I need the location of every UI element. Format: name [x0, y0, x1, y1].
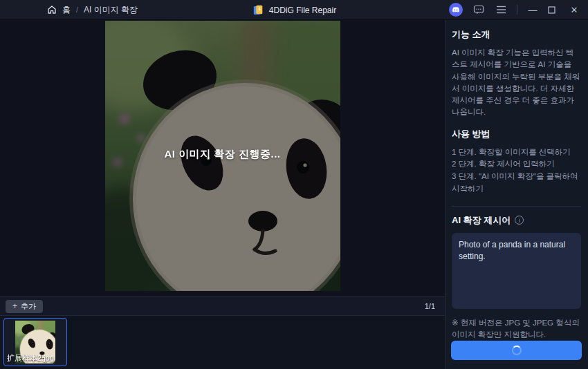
home-icon — [46, 3, 58, 16]
usage-step-1: 1 단계. 확장할 이미지를 선택하기 — [452, 146, 581, 159]
processing-status-text: AI 이미지 확장 진행중... — [164, 148, 280, 161]
add-image-label: 추가 — [21, 301, 36, 312]
thumbnail-strip: 扩展样本2.jpg — [0, 315, 445, 369]
breadcrumb-home[interactable]: 홈 — [46, 3, 71, 16]
action-bar: + 추가 1/1 — [0, 296, 445, 315]
discord-icon[interactable] — [449, 3, 463, 17]
app-title: 4DDiG File Repair — [252, 0, 336, 20]
loading-spinner-icon — [512, 346, 522, 355]
usage-steps: 1 단계. 확장할 이미지를 선택하기 2 단계. 확장 제시어 입력하기 3 … — [452, 146, 581, 196]
prompt-input[interactable]: Photo of a panda in a natural setting. — [452, 233, 581, 309]
menu-icon[interactable] — [495, 3, 507, 16]
preview-image: AI 이미지 확장 진행중... — [105, 21, 340, 291]
image-viewer: AI 이미지 확장 진행중... — [0, 20, 445, 296]
usage-step-3: 3 단계. "AI 이미지 확장"을 클릭하여 시작하기 — [452, 171, 581, 196]
close-button[interactable]: ✕ — [569, 5, 580, 15]
sidebar-divider — [452, 206, 581, 207]
maximize-button[interactable] — [548, 6, 559, 14]
usage-step-2: 2 단계. 확장 제시어 입력하기 — [452, 158, 581, 171]
breadcrumb-separator: / — [76, 6, 78, 14]
titlebar: 홈 / AI 이미지 확장 4DDiG File Repair — [0, 0, 588, 20]
intro-title: 기능 소개 — [452, 28, 581, 41]
plus-icon: + — [12, 301, 17, 311]
ai-expand-button[interactable] — [451, 341, 582, 360]
thumbnail-filename: 扩展样本2.jpg — [7, 353, 64, 363]
breadcrumb: 홈 / AI 이미지 확장 — [0, 3, 138, 16]
app-window: 홈 / AI 이미지 확장 4DDiG File Repair — [0, 0, 588, 369]
app-title-label: 4DDiG File Repair — [269, 6, 336, 15]
processing-overlay: AI 이미지 확장 진행중... — [105, 21, 340, 291]
prompt-header: AI 확장 제시어 i — [452, 214, 581, 227]
app-logo-icon — [252, 4, 264, 17]
add-image-button[interactable]: + 추가 — [6, 300, 43, 313]
sidebar: 기능 소개 AI 이미지 확장 기능은 입력하신 텍스트 제시어를 기반으로 A… — [445, 20, 588, 369]
main-panel: AI 이미지 확장 진행중... + 추가 1/1 扩展样本2.jpg — [0, 20, 445, 369]
breadcrumb-home-label: 홈 — [62, 4, 71, 16]
minimize-button[interactable]: — — [527, 5, 538, 15]
intro-body: AI 이미지 확장 기능은 입력하신 텍스트 제시어를 기반으로 AI 기술을 … — [452, 47, 581, 119]
usage-title: 사용 방법 — [452, 128, 581, 140]
feedback-icon[interactable] — [472, 3, 485, 16]
titlebar-divider — [517, 5, 517, 15]
info-icon[interactable]: i — [515, 216, 524, 225]
breadcrumb-current: AI 이미지 확장 — [84, 4, 138, 16]
prompt-title: AI 확장 제시어 — [452, 214, 511, 227]
titlebar-actions: — ✕ — [449, 3, 588, 17]
format-note: ※ 현재 버전은 JPG 및 JPEG 형식의 이미지 확장만 지원합니다. — [452, 317, 581, 341]
thumbnail-item[interactable]: 扩展样本2.jpg — [3, 318, 67, 366]
page-counter: 1/1 — [425, 302, 435, 310]
